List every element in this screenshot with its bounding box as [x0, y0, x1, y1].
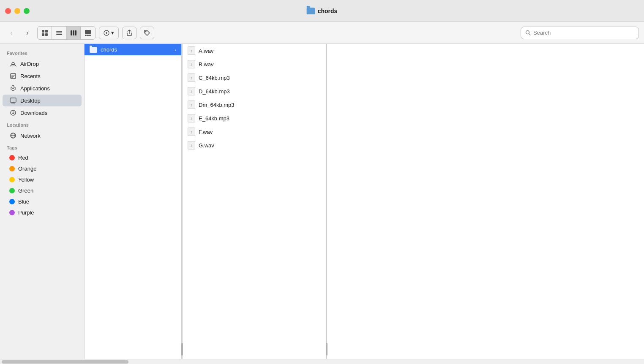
tag-icon — [144, 30, 150, 36]
list-view-button[interactable] — [52, 27, 66, 39]
tag-button[interactable] — [140, 27, 154, 39]
column-resizer-1[interactable] — [182, 44, 183, 359]
desktop-icon — [9, 97, 17, 104]
main-area: Favorites AirDrop Recents — [0, 44, 644, 359]
favorites-label: Favorites — [0, 47, 84, 57]
horizontal-scrollbar[interactable] — [0, 359, 644, 364]
locations-label: Locations — [0, 119, 84, 129]
column-item-d-mp3[interactable]: D_64kb.mp3 — [183, 84, 326, 98]
sidebar-item-recents[interactable]: Recents — [3, 70, 82, 82]
sidebar-item-label: Desktop — [20, 98, 41, 104]
column-1: chords › — [85, 44, 182, 359]
svg-rect-4 — [56, 31, 62, 32]
sidebar-item-downloads[interactable]: Downloads — [3, 107, 82, 119]
scroll-thumb[interactable] — [2, 360, 128, 364]
search-bar[interactable] — [521, 27, 639, 39]
downloads-icon — [9, 109, 17, 117]
sidebar-item-label: Green — [18, 187, 33, 194]
folder-icon — [307, 8, 315, 14]
svg-rect-11 — [85, 35, 87, 36]
list-view-icon — [56, 30, 63, 36]
search-icon — [525, 30, 531, 35]
sidebar-item-label: Network — [20, 133, 41, 139]
column-item-label: D_64kb.mp3 — [199, 88, 230, 95]
window-controls — [5, 8, 30, 14]
sidebar-item-tag-green[interactable]: Green — [3, 185, 82, 196]
minimize-button[interactable] — [14, 8, 20, 14]
column-item-c-mp3[interactable]: C_64kb.mp3 — [183, 71, 326, 84]
view-buttons — [37, 26, 96, 40]
sidebar-item-label: Recents — [20, 73, 41, 79]
tag-purple-dot — [9, 210, 15, 215]
tag-red-dot — [9, 155, 15, 160]
maximize-button[interactable] — [24, 8, 30, 14]
column-item-label: G.wav — [199, 142, 214, 149]
network-icon — [9, 132, 17, 139]
back-button[interactable]: ‹ — [5, 27, 18, 39]
window-title-area: chords — [307, 8, 338, 14]
column-item-label: Dm_64kb.mp3 — [199, 102, 235, 108]
column-item-a-wav[interactable]: A.wav — [183, 44, 326, 57]
icon-view-button[interactable] — [38, 27, 52, 39]
column-item-chords[interactable]: chords › — [85, 44, 181, 55]
audio-file-icon — [188, 141, 195, 149]
column-item-label: C_64kb.mp3 — [199, 75, 230, 81]
recents-icon — [9, 72, 17, 80]
gallery-view-button[interactable] — [81, 27, 95, 39]
audio-file-icon — [188, 60, 195, 68]
svg-rect-24 — [10, 98, 16, 102]
column-resizer-2[interactable] — [326, 44, 327, 359]
share-button[interactable] — [122, 27, 136, 39]
arrange-button[interactable]: ▾ — [99, 27, 119, 39]
tag-orange-dot — [9, 166, 15, 171]
toolbar: ‹ › — [0, 22, 644, 44]
svg-rect-1 — [45, 30, 48, 33]
arrange-chevron: ▾ — [111, 30, 114, 36]
sidebar-item-label: Downloads — [20, 110, 47, 116]
airdrop-icon — [9, 60, 17, 68]
audio-file-icon — [188, 114, 195, 122]
tags-label: Tags — [0, 142, 84, 152]
audio-file-icon — [188, 128, 195, 136]
column-3-preview — [327, 44, 644, 359]
sidebar-item-applications[interactable]: Applications — [3, 82, 82, 94]
svg-rect-0 — [42, 30, 44, 33]
svg-rect-12 — [87, 35, 89, 36]
svg-point-15 — [106, 32, 107, 34]
sidebar-item-label: AirDrop — [20, 61, 39, 67]
sidebar-item-tag-red[interactable]: Red — [3, 152, 82, 163]
sidebar-item-airdrop[interactable]: AirDrop — [3, 58, 82, 70]
column-item-b-wav[interactable]: B.wav — [183, 57, 326, 71]
sidebar-item-tag-orange[interactable]: Orange — [3, 163, 82, 174]
column-item-g-wav[interactable]: G.wav — [183, 139, 326, 152]
column-item-dm-mp3[interactable]: Dm_64kb.mp3 — [183, 98, 326, 111]
svg-rect-6 — [56, 34, 62, 35]
audio-file-icon — [188, 73, 195, 82]
sidebar-item-network[interactable]: Network — [3, 130, 82, 141]
svg-rect-8 — [73, 30, 74, 35]
column-view-button[interactable] — [66, 27, 81, 39]
sidebar-item-desktop[interactable]: Desktop — [3, 95, 82, 106]
search-input[interactable] — [533, 30, 634, 36]
tag-green-dot — [9, 188, 15, 193]
column-item-e-mp3[interactable]: E_64kb.mp3 — [183, 111, 326, 125]
folder-icon-sm — [90, 47, 97, 53]
svg-point-16 — [145, 31, 147, 32]
audio-file-icon — [188, 87, 195, 95]
resizer-handle-2 — [326, 343, 327, 356]
audio-file-icon — [188, 46, 195, 55]
applications-icon — [9, 84, 17, 92]
column-item-label: A.wav — [199, 48, 213, 54]
sidebar-item-tag-purple[interactable]: Purple — [3, 207, 82, 218]
close-button[interactable] — [5, 8, 11, 14]
sidebar-item-tag-yellow[interactable]: Yellow — [3, 174, 82, 185]
column-item-f-wav[interactable]: F.wav — [183, 125, 326, 139]
column-view: chords › A.wav B.wav — [85, 44, 644, 359]
column-item-label: F.wav — [199, 129, 213, 135]
forward-button[interactable]: › — [21, 27, 34, 39]
sidebar-item-tag-blue[interactable]: Blue — [3, 196, 82, 207]
column-item-label: E_64kb.mp3 — [199, 115, 229, 122]
column-view-icon — [70, 30, 77, 36]
column-item-label: chords — [101, 46, 117, 53]
window-title: chords — [318, 8, 338, 14]
